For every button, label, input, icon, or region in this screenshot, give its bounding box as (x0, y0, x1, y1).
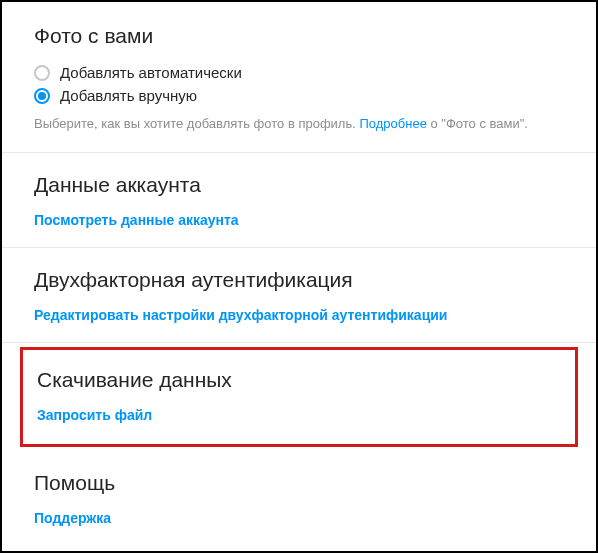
highlight-box: Скачивание данных Запросить файл (20, 347, 578, 447)
hint-suffix: о "Фото с вами". (427, 116, 528, 131)
section-two-factor-auth: Двухфакторная аутентификация Редактирова… (2, 248, 596, 343)
radio-label-manual: Добавлять вручную (60, 87, 197, 104)
radio-icon (34, 65, 50, 81)
radio-label-auto: Добавлять автоматически (60, 64, 242, 81)
support-link[interactable]: Поддержка (34, 510, 111, 526)
twofa-title: Двухфакторная аутентификация (34, 268, 564, 292)
photos-hint: Выберите, как вы хотите добавлять фото в… (34, 114, 564, 134)
hint-prefix: Выберите, как вы хотите добавлять фото в… (34, 116, 359, 131)
account-title: Данные аккаунта (34, 173, 564, 197)
radio-add-manually[interactable]: Добавлять вручную (34, 87, 564, 104)
section-account-data: Данные аккаунта Посмотреть данные аккаун… (2, 153, 596, 248)
radio-icon (34, 88, 50, 104)
section-help: Помощь Поддержка (2, 451, 596, 545)
learn-more-link[interactable]: Подробнее (359, 116, 426, 131)
view-account-data-link[interactable]: Посмотреть данные аккаунта (34, 212, 239, 228)
section-data-download: Скачивание данных Запросить файл (23, 350, 575, 444)
help-title: Помощь (34, 471, 564, 495)
request-file-link[interactable]: Запросить файл (37, 407, 152, 423)
photos-title: Фото с вами (34, 24, 564, 48)
download-title: Скачивание данных (37, 368, 561, 392)
radio-add-automatically[interactable]: Добавлять автоматически (34, 64, 564, 81)
section-photos-of-you: Фото с вами Добавлять автоматически Доба… (2, 2, 596, 153)
edit-twofa-link[interactable]: Редактировать настройки двухфакторной ау… (34, 307, 447, 323)
